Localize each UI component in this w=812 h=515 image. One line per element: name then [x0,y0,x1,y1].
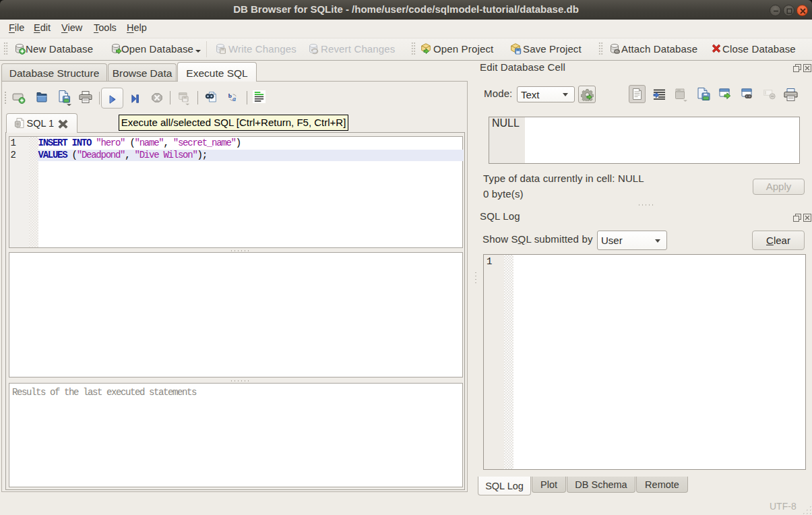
svg-text:a: a [232,95,236,102]
svg-text:b: b [228,92,232,99]
